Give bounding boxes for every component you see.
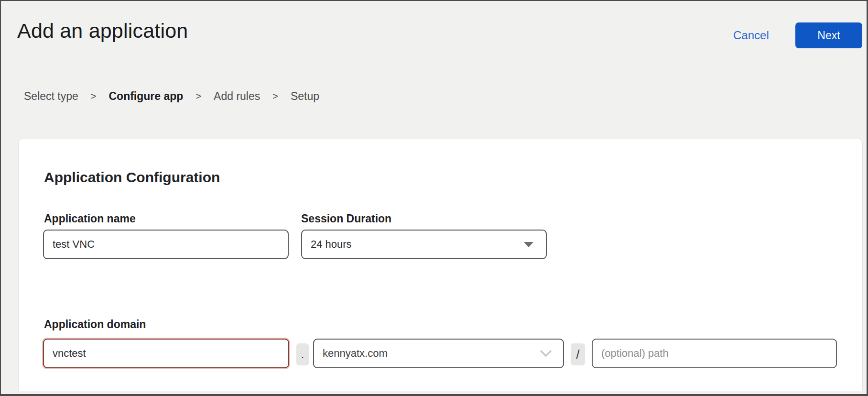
slash-separator: /	[571, 343, 585, 365]
chevron-down-icon	[540, 350, 552, 357]
breadcrumb-step-setup[interactable]: Setup	[291, 90, 319, 103]
session-duration-value: 24 hours	[311, 238, 524, 251]
breadcrumb-separator: >	[91, 91, 97, 102]
next-button[interactable]: Next	[795, 22, 862, 48]
page-title: Add an application	[17, 19, 188, 43]
breadcrumb: Select type > Configure app > Add rules …	[24, 90, 319, 103]
add-application-page: Add an application Cancel Next Select ty…	[0, 0, 868, 396]
application-name-input[interactable]	[43, 230, 289, 259]
session-duration-select[interactable]: 24 hours	[301, 230, 547, 259]
application-name-label: Application name	[44, 212, 136, 225]
dot-separator: .	[296, 343, 309, 365]
breadcrumb-step-select-type[interactable]: Select type	[24, 90, 78, 103]
domain-select[interactable]: kennyatx.com	[313, 339, 564, 368]
breadcrumb-separator: >	[272, 91, 278, 102]
domain-select-value: kennyatx.com	[323, 347, 540, 360]
breadcrumb-step-add-rules[interactable]: Add rules	[214, 90, 260, 103]
breadcrumb-step-configure-app[interactable]: Configure app	[108, 90, 183, 103]
caret-down-icon	[524, 242, 533, 247]
cancel-button[interactable]: Cancel	[733, 29, 769, 42]
section-title: Application Configuration	[44, 169, 220, 186]
application-domain-label: Application domain	[44, 318, 146, 331]
breadcrumb-separator: >	[195, 91, 201, 102]
path-input[interactable]	[592, 339, 837, 368]
session-duration-label: Session Duration	[301, 212, 391, 225]
subdomain-input[interactable]	[43, 339, 289, 368]
